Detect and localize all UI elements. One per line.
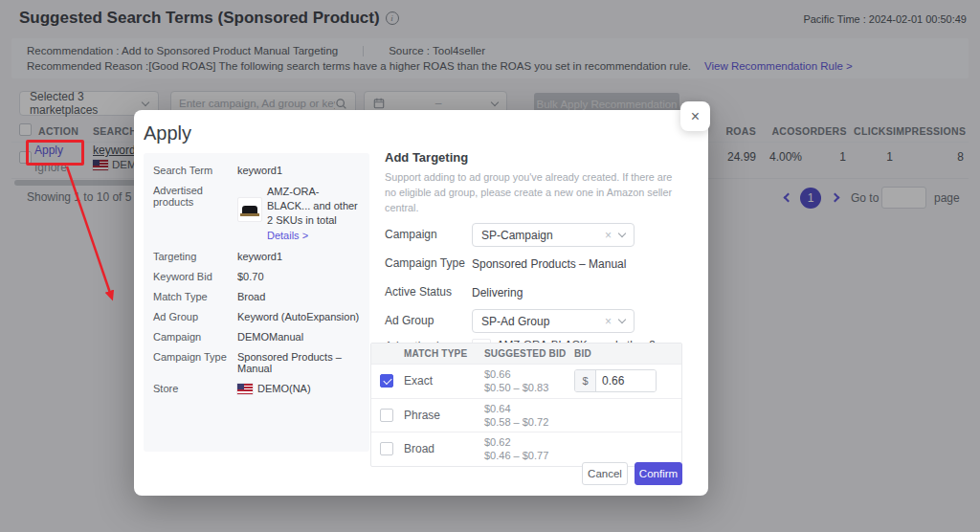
close-icon[interactable]: × [680, 101, 710, 131]
phrase-checkbox[interactable] [380, 409, 393, 422]
summary-row-targeting: Targeting keyword1 [153, 251, 360, 262]
exact-bid-input[interactable] [596, 370, 656, 391]
apply-modal: Apply Search Term keyword1 Advertised pr… [134, 110, 708, 496]
form-row-ad-group: Ad Group SP-Ad Group × [385, 309, 683, 334]
suggested-bid: $0.66 [484, 368, 511, 380]
form-row-campaign-type: Campaign Type Sponsored Products – Manua… [385, 252, 683, 277]
cancel-button[interactable]: Cancel [582, 462, 628, 485]
bid-range: $0.50 – $0.83 [484, 382, 548, 393]
broad-checkbox[interactable] [380, 442, 393, 455]
summary-campaign-type-value: Sponsored Products – Manual [237, 351, 360, 374]
summary-targeting-value: keyword1 [237, 251, 360, 262]
match-type-bid-table: MATCH TYPE SUGGESTED BID BID Exact $0.66… [370, 343, 682, 467]
summary-match-type-value: Broad [237, 291, 360, 302]
confirm-button[interactable]: Confirm [635, 462, 682, 485]
summary-store-value: DEMO(NA) [257, 383, 311, 394]
modal-actions: Cancel Confirm [582, 462, 682, 485]
bid-range: $0.46 – $0.77 [484, 450, 548, 461]
campaign-select[interactable]: SP-Campaign × [472, 223, 635, 247]
summary-row-search-term: Search Term keyword1 [153, 165, 360, 176]
form-row-campaign: Campaign SP-Campaign × [385, 223, 683, 248]
bid-range: $0.58 – $0.72 [484, 416, 548, 428]
summary-row-store: Store DEMO(NA) [153, 383, 360, 394]
add-targeting-help-text: Support adding to ad group you've alread… [385, 169, 683, 216]
exact-checkbox[interactable] [380, 374, 393, 388]
bid-header-suggested-bid: SUGGESTED BID [484, 348, 574, 359]
modal-title: Apply [144, 122, 191, 144]
bid-header-bid: BID [574, 348, 681, 359]
active-status-value: Delivering [472, 286, 523, 299]
bid-input-group: $ [574, 369, 657, 392]
clear-icon[interactable]: × [605, 315, 612, 328]
campaign-type-value: Sponsored Products – Manual [472, 257, 626, 271]
summary-search-term-value: keyword1 [237, 165, 360, 176]
details-link[interactable]: Details > [267, 229, 308, 243]
summary-keyword-bid-value: $0.70 [237, 271, 360, 282]
advertised-products-text: AMZ-ORA-BLACK... and other 2 SKUs in tot… [267, 186, 358, 226]
campaign-select-value: SP-Campaign [481, 229, 605, 242]
form-row-active-status: Active Status Delivering [385, 280, 683, 305]
clear-icon[interactable]: × [605, 229, 612, 242]
summary-ad-group-value: Keyword (AutoExpansion) [237, 311, 360, 322]
screen: Suggested Search Terms (Sponsored Produc… [0, 0, 980, 532]
ad-group-select-value: SP-Ad Group [481, 315, 605, 328]
chevron-down-icon [618, 230, 626, 237]
summary-campaign-value: DEMOManual [237, 331, 360, 343]
bid-header-match-type: MATCH TYPE [404, 348, 484, 359]
summary-row-match-type: Match Type Broad [153, 291, 360, 302]
product-thumbnail [237, 197, 262, 222]
chevron-down-icon [618, 316, 626, 323]
suggested-bid: $0.62 [484, 436, 511, 448]
bid-row-exact: Exact $0.66 $0.50 – $0.83 $ [371, 364, 681, 398]
suggested-bid: $0.64 [484, 403, 511, 414]
currency-prefix: $ [575, 370, 596, 391]
add-targeting-heading: Add Targeting [385, 150, 683, 165]
summary-row-keyword-bid: Keyword Bid $0.70 [153, 271, 360, 282]
ad-group-select[interactable]: SP-Ad Group × [472, 309, 635, 333]
summary-row-advertised-products: Advertised products AMZ-ORA-BLACK... and… [153, 185, 360, 242]
bid-row-broad: Broad $0.62 $0.46 – $0.77 [371, 432, 681, 466]
search-term-summary-panel: Search Term keyword1 Advertised products… [144, 153, 369, 452]
summary-row-ad-group: Ad Group Keyword (AutoExpansion) [153, 311, 360, 322]
summary-row-campaign: Campaign DEMOManual [153, 331, 360, 343]
bid-row-phrase: Phrase $0.64 $0.58 – $0.72 [371, 398, 681, 432]
bid-table-header: MATCH TYPE SUGGESTED BID BID [371, 344, 681, 364]
summary-row-campaign-type: Campaign Type Sponsored Products – Manua… [153, 351, 360, 374]
us-flag-icon [237, 384, 253, 394]
